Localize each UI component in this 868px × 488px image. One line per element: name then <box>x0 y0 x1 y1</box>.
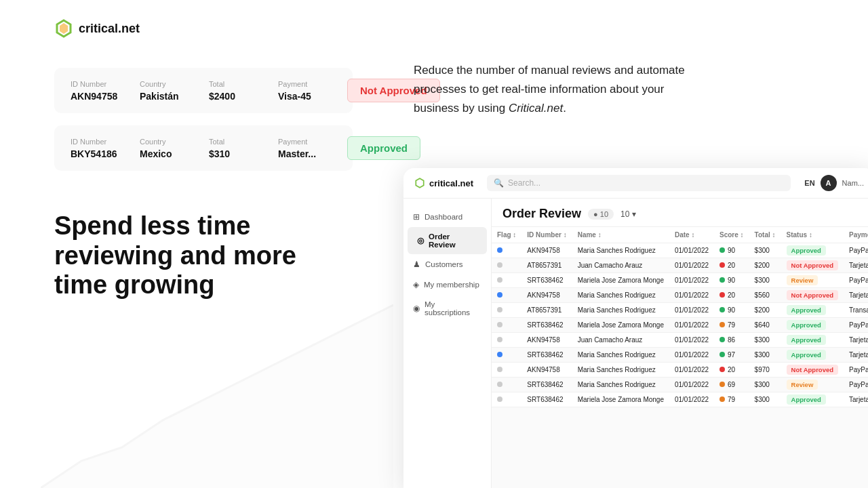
cell-date: 01/01/2022 <box>669 303 714 318</box>
cell-score: 90 <box>714 303 749 318</box>
cell-date: 01/01/2022 <box>669 318 714 333</box>
cell-date: 01/01/2022 <box>669 333 714 348</box>
cell-date: 01/01/2022 <box>669 243 714 258</box>
cell-status: Approved <box>781 303 844 318</box>
status-pill: Approved <box>787 245 826 256</box>
sidebar-item-order-review[interactable]: ◎ Order Review <box>408 227 487 254</box>
cell-name: Maria Sanches Rodriguez <box>572 363 669 378</box>
cell-flag <box>492 333 521 348</box>
cell-date: 01/01/2022 <box>669 378 714 392</box>
col-total[interactable]: Total ↕ <box>749 227 781 243</box>
col-flag[interactable]: Flag ↕ <box>492 227 521 243</box>
card2-id-value: BKY54186 <box>71 148 118 159</box>
cell-name: Maria Sanches Rodriguez <box>572 243 669 258</box>
card2-id-label: ID Number <box>71 138 118 146</box>
card2-status-badge: Approved <box>347 136 420 160</box>
sidebar-label-customers: Customers <box>425 260 463 268</box>
cell-id: SRT638462 <box>521 378 572 392</box>
flag-dot <box>497 322 502 327</box>
dashboard-main: Order Review ● 10 10 ▾ Flag ↕ ID Number … <box>492 199 868 488</box>
card1-country-field: Country Pakistán <box>140 80 187 102</box>
cell-date: 01/01/2022 <box>669 363 714 378</box>
card2-payment-label: Payment <box>278 138 326 146</box>
col-date[interactable]: Date ↕ <box>669 227 714 243</box>
dashboard-body: ⊞ Dashboard ◎ Order Review ♟ Customers ◈… <box>403 199 868 488</box>
left-column: ID Number AKN94758 Country Pakistán Tota… <box>54 68 380 300</box>
card1-id-label: ID Number <box>71 80 118 88</box>
cell-date: 01/01/2022 <box>669 273 714 288</box>
order-review-header: Order Review ● 10 10 ▾ <box>492 199 868 227</box>
order-table-wrapper: Flag ↕ ID Number ↕ Name ↕ Date ↕ Score ↕… <box>492 227 868 407</box>
logo-text: critical.net <box>79 22 140 36</box>
col-payment[interactable]: Payment Method ↕ <box>844 227 868 243</box>
col-name[interactable]: Name ↕ <box>572 227 669 243</box>
dashboard-logo-icon <box>414 178 425 188</box>
col-score[interactable]: Score ↕ <box>714 227 749 243</box>
card1-payment-value: Visa-45 <box>278 91 326 102</box>
table-row: AKN94758 Maria Sanches Rodriguez 01/01/2… <box>492 363 868 378</box>
flag-dot <box>497 307 502 312</box>
dashboard-search[interactable]: 🔍 Search... <box>487 175 791 191</box>
table-row: AKN94758 Maria Sanches Rodriguez 01/01/2… <box>492 288 868 303</box>
flag-dot <box>497 367 502 372</box>
card1-payment-label: Payment <box>278 80 326 88</box>
card1-payment-field: Payment Visa-45 <box>278 80 326 102</box>
cell-date: 01/01/2022 <box>669 348 714 363</box>
cell-name: Maria Sanches Rodriguez <box>572 303 669 318</box>
order-num-select[interactable]: 10 ▾ <box>620 209 636 219</box>
status-pill: Approved <box>787 394 826 405</box>
dashboard-icon: ⊞ <box>413 212 420 222</box>
sidebar-item-membership[interactable]: ◈ My membership <box>403 274 491 295</box>
cell-flag <box>492 258 521 273</box>
cell-id: SRT638462 <box>521 348 572 363</box>
cell-status: Approved <box>781 333 844 348</box>
sidebar-item-customers[interactable]: ♟ Customers <box>403 254 491 274</box>
description-text: Reduce the number of manual reviews and … <box>414 61 712 118</box>
cell-flag <box>492 288 521 303</box>
status-pill: Approved <box>787 320 826 330</box>
card1-total-field: Total $2400 <box>209 80 256 102</box>
score-dot <box>719 382 725 387</box>
col-status[interactable]: Status ↕ <box>781 227 844 243</box>
language-button[interactable]: EN <box>804 179 814 187</box>
card2-country-value: Mexico <box>140 148 187 159</box>
table-row: SRT638462 Mariela Jose Zamora Monge 01/0… <box>492 273 868 288</box>
dashboard-card: critical.net 🔍 Search... EN A Nam... ⊞ D… <box>403 168 868 488</box>
cell-flag <box>492 363 521 378</box>
sidebar-item-dashboard[interactable]: ⊞ Dashboard <box>403 207 491 227</box>
cell-score: 90 <box>714 273 749 288</box>
table-row: AKN94758 Maria Sanches Rodriguez 01/01/2… <box>492 243 868 258</box>
flag-dot <box>497 262 502 268</box>
sidebar-item-subscriptions[interactable]: ◉ My subscriptions <box>403 295 491 322</box>
cell-payment: Tarjeta de credito <box>844 258 868 273</box>
right-description: Reduce the number of manual reviews and … <box>414 61 712 118</box>
logo-icon <box>54 19 73 38</box>
cell-payment: PayPal <box>844 318 868 333</box>
card1-country-label: Country <box>140 80 187 88</box>
cell-id: SRT638462 <box>521 318 572 333</box>
flag-dot <box>497 352 502 357</box>
cell-flag <box>492 392 521 407</box>
table-row: SRT638462 Mariela Jose Zamora Monge 01/0… <box>492 318 868 333</box>
cell-payment: Transacción Banca... <box>844 303 868 318</box>
cell-flag <box>492 273 521 288</box>
table-row: SRT638462 Mariela Jose Zamora Monge 01/0… <box>492 392 868 407</box>
sidebar-label-membership: My membership <box>424 281 479 289</box>
cell-payment: PayPal <box>844 378 868 392</box>
flag-dot <box>497 277 502 283</box>
cell-id: AKN94758 <box>521 333 572 348</box>
cell-date: 01/01/2022 <box>669 392 714 407</box>
order-review-icon: ◎ <box>417 236 424 245</box>
sidebar-label-order-review: Order Review <box>429 232 477 249</box>
score-dot <box>719 337 725 342</box>
score-dot <box>719 307 725 312</box>
cell-status: Review <box>781 378 844 392</box>
cell-flag <box>492 303 521 318</box>
card2-country-label: Country <box>140 138 187 146</box>
cell-name: Maria Sanches Rodriguez <box>572 348 669 363</box>
cell-status: Review <box>781 273 844 288</box>
status-pill: Review <box>787 380 818 390</box>
status-pill: Review <box>787 275 818 285</box>
col-id[interactable]: ID Number ↕ <box>521 227 572 243</box>
card1-id-field: ID Number AKN94758 <box>71 80 118 102</box>
